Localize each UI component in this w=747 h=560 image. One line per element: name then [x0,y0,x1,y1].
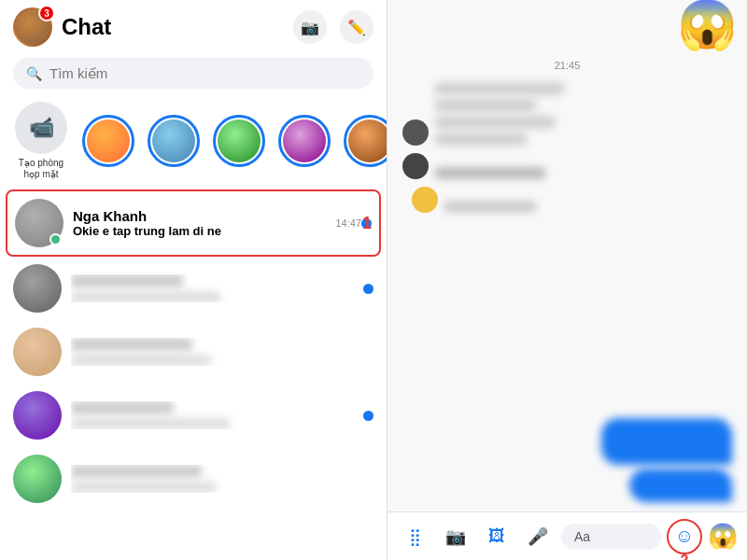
chat-item-3[interactable] [0,320,387,384]
chat-preview-1: Okie e tap trung lam di ne [73,224,330,238]
unread-dot-2 [363,284,374,294]
search-icon: 🔍 [26,66,42,81]
chat-preview-3 [71,355,211,366]
face-emoji-button[interactable]: 😱 [708,522,738,551]
create-room-button[interactable]: 📹 [15,102,67,154]
grid-icon-button[interactable]: ⣿ [397,519,432,554]
unread-dot-4 [363,411,374,421]
chat-list: Nga Khanh Okie e tap trung lam di ne 14:… [0,189,387,560]
msg-row-blue-2 [402,472,732,502]
chat-item-active[interactable]: Nga Khanh Okie e tap trung lam di ne 14:… [6,189,381,257]
chat-item-4[interactable] [0,384,387,447]
camera-toolbar-button[interactable]: 📷 [438,519,473,554]
msg-row-1 [402,82,732,146]
camera-toolbar-icon: 📷 [445,526,466,547]
chat-preview-2 [71,291,220,302]
emoji-icon: ☺ [675,525,694,547]
chat-info-1: Nga Khanh Okie e tap trung lam di ne [73,208,330,238]
image-toolbar-button[interactable]: 🖼 [479,519,514,554]
chat-name-5 [71,465,202,478]
video-plus-icon: 📹 [29,116,54,140]
msg-avatar-left [402,119,429,146]
chat-item-5[interactable] [0,447,387,511]
create-room-label: Tạo phòng họp mặt [13,158,69,180]
chat-time-1: 14:47 [335,217,361,229]
msg-row-3 [412,187,732,213]
chat-avatar-2 [13,264,62,313]
chat-info-5 [71,465,374,493]
chat-avatar-5 [13,455,62,503]
chat-info-4 [71,401,363,429]
message-area: 21:45 [388,0,747,511]
msg-avatar-dark [402,153,429,179]
header: 3 Chat 📷 ✏️ [0,0,387,54]
camera-icon-button[interactable]: 📷 [293,10,327,44]
chat-preview-5 [71,482,216,493]
left-panel: 3 Chat 📷 ✏️ 🔍 📹 Tạo phòng họp mặt [0,0,388,560]
message-input[interactable]: Aa [561,524,661,550]
user-avatar-container[interactable]: 3 [13,7,52,47]
mic-toolbar-button[interactable]: 🎤 [520,519,556,554]
page-title: Chat [62,14,293,40]
chat-toolbar: ⣿ 📷 🖼 🎤 Aa ☺ 2 😱 [388,511,747,560]
camera-icon: 📷 [301,19,319,36]
chat-avatar-1 [15,199,63,247]
timestamp: 21:45 [402,60,732,71]
chat-name-1: Nga Khanh [73,208,330,224]
chat-name-4 [71,401,174,414]
scared-emoji-top: 😱 [677,0,738,49]
chat-info-2 [71,274,363,302]
online-indicator [49,233,62,245]
image-toolbar-icon: 🖼 [488,526,505,546]
emoji-number-label: 2 [681,553,689,561]
msg-avatar-yellow [412,187,438,213]
msg-row-2 [402,153,732,179]
search-bar[interactable]: 🔍 [13,58,374,89]
chat-name-3 [71,338,192,351]
right-panel: 😱 21:45 [388,0,747,560]
number-badge-1: 1 [362,214,372,233]
emoji-button[interactable]: ☺ 2 [667,519,702,554]
msg-row-blue-1 [402,418,732,465]
chat-item-2[interactable] [0,257,387,320]
edit-icon-button[interactable]: ✏️ [340,10,374,44]
chat-info-3 [71,338,374,366]
input-placeholder: Aa [574,529,590,544]
face-emoji-icon: 😱 [708,522,738,550]
edit-icon: ✏️ [347,19,366,36]
story-item-2[interactable] [148,115,200,167]
header-icons: 📷 ✏️ [293,10,374,44]
chat-preview-4 [71,418,230,429]
story-item-5[interactable] [344,115,387,167]
notification-badge: 3 [38,5,55,21]
chat-avatar-3 [13,328,62,376]
story-row: 📹 Tạo phòng họp mặt [0,96,387,189]
chat-avatar-4 [13,391,62,440]
grid-icon: ⣿ [409,526,421,547]
create-room-item[interactable]: 📹 Tạo phòng họp mặt [13,102,69,180]
story-item-3[interactable] [213,115,265,167]
mic-toolbar-icon: 🎤 [528,526,548,547]
search-input[interactable] [49,65,360,81]
story-item-1[interactable] [82,115,134,167]
story-item-4[interactable] [278,115,331,167]
chat-name-2 [71,274,183,287]
